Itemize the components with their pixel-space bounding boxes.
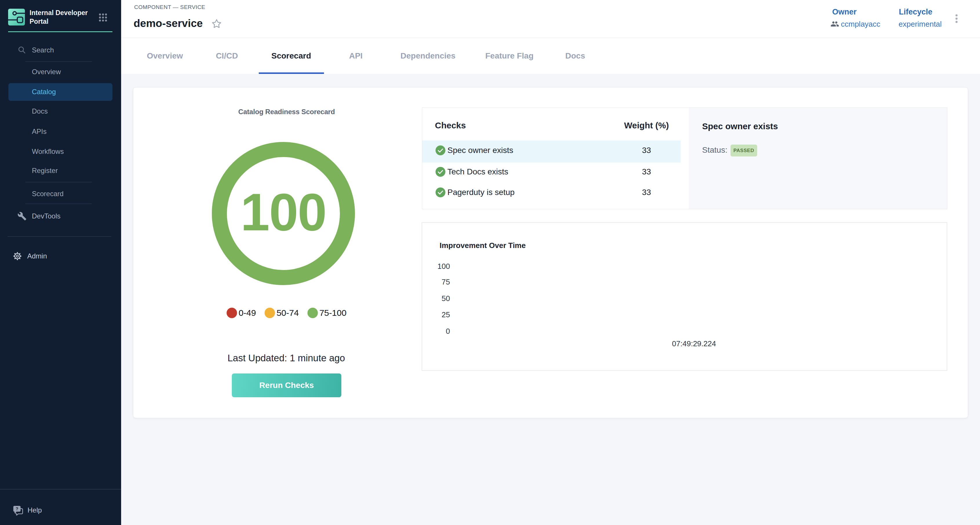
svg-text:?: ? xyxy=(16,506,18,511)
